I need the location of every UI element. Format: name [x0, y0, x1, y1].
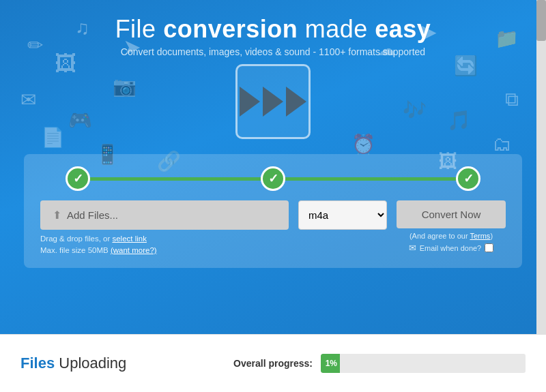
terms-link[interactable]: Terms — [470, 232, 490, 240]
bg-folder-icon: 📁 — [495, 27, 519, 50]
email-checkbox[interactable] — [485, 243, 493, 252]
email-label: Email when done? — [420, 244, 482, 252]
bg-refresh-icon: 🔄 — [454, 55, 478, 77]
logo-area — [235, 64, 311, 139]
bg-pencil-icon: ✏ — [27, 34, 43, 57]
step3-check: ✓ — [456, 166, 480, 191]
step-line-2 — [285, 177, 456, 181]
files-uploading-label: Files Uploading — [20, 355, 126, 372]
bg-gamepad-icon: 🎮 — [68, 109, 92, 132]
scrollbar-thumb[interactable] — [536, 0, 546, 41]
email-row: ✉ Email when done? — [409, 243, 494, 253]
arrow2 — [263, 87, 283, 117]
title-area: File conversion made easy Convert docume… — [115, 15, 431, 57]
arrow3 — [286, 87, 306, 117]
logo-box — [235, 64, 311, 139]
agree-text: (And agree to our Terms) — [410, 232, 493, 240]
bg-email-icon: ✉ — [20, 89, 36, 111]
subtitle: Convert documents, images, videos & soun… — [115, 46, 431, 57]
upload-icon: ⬆ — [53, 209, 61, 222]
top-section: ✏ ♫ 🖼 ✉ 🎮 ➤ 📷 📄 📱 📁 🔄 ▶ ⧉ 🎵 🗂 ☁ 🎶 🖼 🔗 ⏰ … — [0, 0, 546, 334]
bg-camera-icon: 📷 — [113, 75, 136, 97]
convert-now-button[interactable]: Convert Now — [397, 200, 506, 228]
uploading-text: Uploading — [59, 355, 126, 372]
play-arrows — [238, 87, 308, 117]
progress-bar: 1% — [321, 354, 526, 373]
convert-area: Convert Now (And agree to our Terms) ✉ E… — [397, 200, 506, 253]
progress-area: Overall progress: 1% — [233, 354, 526, 373]
title-bold1: conversion — [163, 15, 298, 43]
max-size-text: Max. file size 50MB — [40, 246, 111, 254]
drag-drop-text: Drag & drop files, or select link Max. f… — [40, 233, 289, 257]
progress-pct: 1% — [326, 359, 337, 368]
step-line-1 — [90, 177, 261, 181]
bg-music-icon: ♫ — [75, 17, 89, 39]
agree-prefix: (And agree to our — [410, 232, 470, 240]
step2-check: ✓ — [261, 166, 285, 191]
scrollbar[interactable] — [536, 0, 546, 334]
steps-row: ✓ ✓ ✓ — [40, 166, 506, 191]
page-title: File conversion made easy — [115, 15, 431, 44]
bg-doc-icon: 📄 — [41, 126, 65, 149]
bottom-section: Files Uploading Overall progress: 1% — [0, 334, 546, 392]
agree-end: ) — [490, 232, 493, 240]
step1-check: ✓ — [66, 166, 90, 191]
bg-clock-icon: ⏰ — [351, 133, 375, 155]
want-more-link[interactable]: (want more?) — [111, 246, 157, 254]
bg-copy-icon: ⧉ — [505, 89, 519, 111]
select-link[interactable]: select link — [112, 235, 147, 243]
title-bold2: easy — [375, 15, 431, 43]
email-icon: ✉ — [409, 243, 416, 253]
bg-folder2-icon: 🗂 — [493, 133, 512, 155]
overall-progress-label: Overall progress: — [233, 358, 313, 369]
conversion-panel: ✓ ✓ ✓ ⬆ Add Files... Drag & drop files, … — [24, 154, 522, 268]
drag-text: Drag & drop files, or — [40, 235, 112, 243]
add-files-button[interactable]: ⬆ Add Files... — [40, 200, 289, 230]
progress-bar-fill: 1% — [321, 354, 340, 373]
arrow1 — [240, 87, 260, 117]
add-files-area: ⬆ Add Files... Drag & drop files, or sel… — [40, 200, 289, 257]
controls-row: ⬆ Add Files... Drag & drop files, or sel… — [40, 200, 506, 257]
bg-music2-icon: 🎵 — [447, 109, 471, 132]
title-part1: File — [115, 15, 164, 43]
format-select[interactable]: m4a mp3 mp4 avi mov wav flac ogg aac wma — [298, 200, 387, 230]
title-part2: made — [298, 15, 375, 43]
add-files-label: Add Files... — [67, 209, 118, 221]
bg-note-icon: 🎶 — [403, 99, 427, 121]
bg-image-icon: 🖼 — [55, 51, 76, 76]
files-label: Files — [20, 355, 55, 372]
format-area: m4a mp3 mp4 avi mov wav flac ogg aac wma — [298, 200, 387, 230]
